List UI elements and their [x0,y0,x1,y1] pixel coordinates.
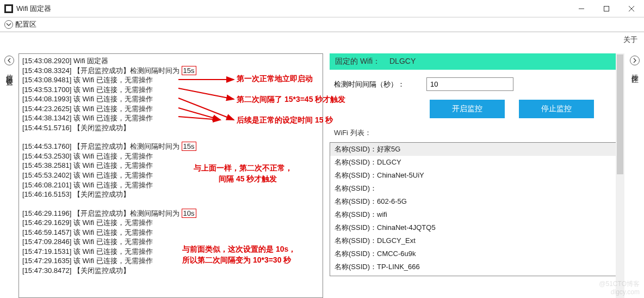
stop-monitor-button[interactable]: 停止监控 [519,100,594,118]
window-controls [569,0,644,17]
window-title: Wifi 固定器 [16,4,569,14]
watermark: @51CTO博客 dlgcy.com [599,280,640,296]
close-button[interactable] [619,0,644,17]
chevron-down-icon [4,20,13,29]
scrollbar-thumb[interactable] [617,54,623,174]
log-line: [15:43:08.2920] Wifi 固定器 [22,56,319,66]
interval-label: 检测时间间隔（秒）： [334,80,426,89]
about-button[interactable]: 关于 [623,35,637,45]
log-line: [15:43:53.1700] 该 Wifi 已连接，无需操作 [22,85,319,95]
log-line: [15:44:53.1760] 【开启监控成功】检测间隔时间为 15s [22,142,319,151]
log-line: [15:46:08.2101] 该 Wifi 已连接，无需操作 [22,180,319,190]
log-line: [15:47:30.8472] 【关闭监控成功】 [22,266,319,276]
config-expander[interactable]: 配置区 [0,17,644,32]
left-side-tab[interactable]: 信息区设置 [0,53,18,298]
log-line: [15:47:19.1531] 该 Wifi 已连接，无需操作 [22,247,319,257]
right-side-label: 操作区 [630,69,640,72]
wifi-list-item[interactable]: 名称(SSID)：DLGCY_Ext [330,234,618,247]
log-line: [15:44:53.2530] 该 Wifi 已连接，无需操作 [22,151,319,161]
log-line: [15:44:51.5716] 【关闭监控成功】 [22,123,319,133]
maximize-button[interactable] [594,0,619,17]
main-area: 信息区设置 [15:43:08.2920] Wifi 固定器[15:43:08.… [0,53,644,298]
wifi-list-label: WiFi 列表： [330,128,619,138]
config-expander-label: 配置区 [15,20,36,29]
wifi-list-item[interactable]: 名称(SSID)：ChinaNet-5UiY [330,169,618,182]
wifi-list-item[interactable]: 名称(SSID)：好家5G [330,143,618,156]
wifi-list-item[interactable]: 名称(SSID)：CMCC-6u9k [330,247,618,260]
start-monitor-button[interactable]: 开启监控 [430,100,505,118]
wifi-list-item[interactable]: 名称(SSID)：TP-LINK_666 [330,260,618,273]
log-line: [15:44:23.2625] 该 Wifi 已连接，无需操作 [22,104,319,114]
chevron-right-icon [630,56,640,65]
watermark-line1: @51CTO博客 [599,280,640,288]
log-panel: [15:43:08.2920] Wifi 固定器[15:43:08.3324] … [18,53,323,298]
fixed-wifi-label: 固定的 Wifi： [335,57,389,66]
minimize-button[interactable] [569,0,594,17]
button-row: 开启监控 停止监控 [330,100,619,118]
log-line: [15:46:29.1196] 【开启监控成功】检测间隔时间为 10s [22,209,319,218]
wifi-list-item[interactable]: 名称(SSID)：ChinaNet-4JQTQ5 [330,221,618,234]
titlebar: Wifi 固定器 [0,0,644,17]
fixed-wifi-value: DLGCY [389,57,614,66]
log-line: [15:43:08.9481] 该 Wifi 已连接，无需操作 [22,75,319,85]
vertical-scrollbar[interactable] [616,53,624,298]
log-line: [15:47:09.2846] 该 Wifi 已连接，无需操作 [22,237,319,247]
chevron-left-icon [4,56,14,65]
svg-rect-1 [604,6,609,11]
log-line: [15:45:38.2581] 该 Wifi 已连接，无需操作 [22,161,319,171]
log-line: [15:43:08.3324] 【开启监控成功】检测间隔时间为 15s [22,66,319,76]
watermark-line2: dlgcy.com [599,288,640,296]
wifi-list-item[interactable]: 名称(SSID)：602-6-5G [330,195,618,208]
app-icon [4,4,13,13]
right-panel: 固定的 Wifi： DLGCY 检测时间间隔（秒）： 开启监控 停止监控 WiF… [323,53,626,298]
right-side-tab[interactable]: 操作区 [626,53,644,298]
log-line: [15:47:29.1635] 该 Wifi 已连接，无需操作 [22,256,319,266]
wifi-list[interactable]: 名称(SSID)：好家5G名称(SSID)：DLGCY名称(SSID)：Chin… [330,142,619,276]
log-line: [15:44:38.1342] 该 Wifi 已连接，无需操作 [22,113,319,123]
log-line: [15:44:08.1993] 该 Wifi 已连接，无需操作 [22,94,319,104]
log-line: [15:46:59.1457] 该 Wifi 已连接，无需操作 [22,228,319,238]
wifi-list-item[interactable]: 名称(SSID)：CMCC-4r8s [330,273,618,276]
log-line: [15:46:16.5153] 【关闭监控成功】 [22,190,319,199]
log-line: [15:45:53.2402] 该 Wifi 已连接，无需操作 [22,171,319,180]
wifi-list-item[interactable]: 名称(SSID)：wifi [330,208,618,221]
interval-input[interactable] [426,77,513,91]
left-side-label: 信息区设置 [4,69,14,74]
fixed-wifi-banner: 固定的 Wifi： DLGCY [330,53,619,70]
log-line: [15:46:29.1629] 该 Wifi 已连接，无需操作 [22,218,319,228]
wifi-list-item[interactable]: 名称(SSID)：DLGCY [330,156,618,169]
wifi-list-item[interactable]: 名称(SSID)： [330,182,618,195]
interval-row: 检测时间间隔（秒）： [330,77,619,91]
